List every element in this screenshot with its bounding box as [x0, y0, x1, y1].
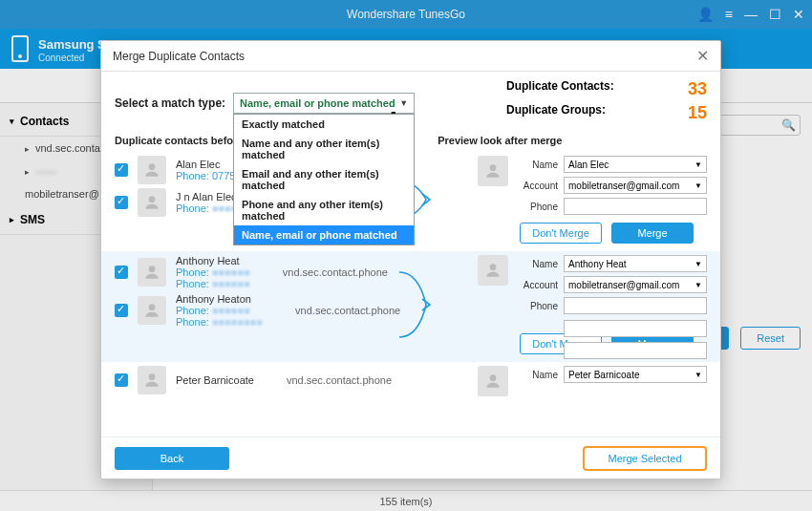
- phone-value: ■■■■■■: [212, 266, 250, 278]
- chevron-down-icon: ▼: [694, 371, 702, 379]
- field-label: Name: [516, 259, 558, 269]
- match-type-value: Name, email or phone matched: [240, 97, 395, 109]
- stat-value: 33: [688, 79, 707, 99]
- phone-input[interactable]: [564, 320, 707, 337]
- phone-value: ■■■■■■■■: [212, 316, 263, 328]
- avatar: [138, 296, 166, 325]
- stat-label: Duplicate Contacts:: [506, 79, 614, 99]
- preview-panel: NameAlan Elec▼ Accountmobiletranser@gmai…: [478, 156, 707, 219]
- svg-point-7: [490, 374, 497, 381]
- back-button[interactable]: Back: [115, 447, 229, 470]
- phone-label: Phone:: [176, 278, 209, 289]
- match-type-select[interactable]: Name, email or phone matched ▼: [233, 93, 415, 114]
- avatar: [138, 156, 166, 184]
- avatar: [138, 188, 166, 217]
- contact-source: vnd.sec.contact.phone: [287, 374, 392, 386]
- phone-label: Phone:: [176, 170, 209, 181]
- merge-duplicates-modal: Merge Duplicate Contacts ✕ Select a matc…: [100, 40, 721, 479]
- modal-title: Merge Duplicate Contacts: [113, 50, 245, 63]
- field-label: Account: [516, 280, 558, 290]
- checkbox[interactable]: [115, 373, 128, 387]
- phone-input[interactable]: [564, 198, 707, 215]
- match-option[interactable]: Exactly matched: [234, 115, 414, 134]
- modal-header: Merge Duplicate Contacts ✕: [101, 41, 720, 72]
- svg-point-4: [149, 304, 156, 310]
- preview-panel: NamePeter Barnicoate▼: [478, 366, 707, 396]
- chevron-down-icon: ▼: [694, 181, 702, 190]
- contact-name: Anthony Heat: [176, 255, 250, 266]
- field-label: Name: [516, 370, 558, 380]
- match-type-dropdown: Exactly matched Name and any other item(…: [233, 114, 415, 245]
- match-option[interactable]: Phone and any other item(s) matched: [234, 195, 414, 225]
- avatar: [138, 258, 166, 287]
- section-after-label: Preview look after merge: [438, 135, 707, 146]
- svg-point-5: [490, 264, 497, 270]
- phone-label: Phone:: [176, 316, 209, 328]
- duplicate-group: Peter Barnicoate vnd.sec.contact.phone N…: [101, 362, 720, 406]
- stat-value: 15: [688, 103, 707, 123]
- svg-point-2: [490, 164, 497, 171]
- stat-label: Duplicate Groups:: [506, 103, 606, 123]
- duplicate-stats: Duplicate Contacts:33 Duplicate Groups:1…: [506, 79, 707, 127]
- svg-point-6: [149, 373, 156, 380]
- checkbox[interactable]: [115, 304, 128, 317]
- contact-source: vnd.sec.contact.phone: [295, 305, 400, 316]
- checkbox[interactable]: [115, 196, 128, 209]
- merge-arrow-icon: [397, 266, 436, 347]
- svg-point-1: [149, 196, 156, 202]
- phone-input[interactable]: [564, 342, 707, 359]
- avatar: [138, 366, 166, 394]
- contact-source: vnd.sec.contact.phone: [283, 266, 388, 278]
- account-select[interactable]: mobiletranser@gmail.com▼: [564, 276, 707, 293]
- checkbox[interactable]: [115, 163, 128, 177]
- chevron-down-icon: ▼: [694, 281, 702, 289]
- name-select[interactable]: Peter Barnicoate▼: [564, 366, 707, 383]
- match-option-selected[interactable]: Name, email or phone matched: [234, 225, 414, 245]
- phone-label: Phone:: [176, 305, 209, 316]
- phone-value: ■■■■■■: [212, 278, 250, 289]
- svg-point-3: [149, 266, 156, 272]
- account-select[interactable]: mobiletranser@gmail.com▼: [564, 177, 707, 194]
- dont-merge-button[interactable]: Don't Merge: [520, 223, 602, 244]
- field-label: Name: [516, 160, 558, 170]
- name-select[interactable]: Anthony Heat▼: [564, 255, 707, 272]
- phone-value: ■■■■■■: [212, 305, 250, 316]
- modal-footer: Back Merge Selected: [101, 436, 720, 479]
- match-type-label: Select a match type:: [115, 96, 225, 110]
- avatar: [478, 156, 508, 186]
- checkbox[interactable]: [115, 266, 128, 279]
- phone-label: Phone:: [176, 202, 209, 214]
- match-type-row: Select a match type: Name, email or phon…: [115, 79, 478, 127]
- close-icon[interactable]: ✕: [696, 47, 709, 65]
- field-label: Account: [516, 181, 558, 191]
- phone-input[interactable]: [564, 297, 707, 314]
- avatar: [478, 255, 508, 286]
- merge-selected-button[interactable]: Merge Selected: [583, 446, 707, 471]
- field-label: Phone: [516, 301, 558, 311]
- name-select[interactable]: Alan Elec▼: [564, 156, 707, 173]
- merge-button[interactable]: Merge: [611, 223, 694, 244]
- contact-name: Anthony Heaton: [176, 293, 263, 305]
- match-option[interactable]: Email and any other item(s) matched: [234, 164, 414, 195]
- svg-point-0: [149, 163, 156, 170]
- chevron-down-icon: ▼: [694, 260, 702, 268]
- avatar: [478, 366, 508, 396]
- chevron-down-icon: ▼: [694, 160, 702, 169]
- duplicate-group: Anthony Heat Phone: ■■■■■■ Phone: ■■■■■■…: [101, 251, 720, 362]
- chevron-down-icon: ▼: [399, 98, 408, 108]
- field-label: Phone: [516, 202, 558, 212]
- match-option[interactable]: Name and any other item(s) matched: [234, 134, 414, 164]
- contact-name: Peter Barnicoate: [176, 374, 254, 386]
- phone-label: Phone:: [176, 266, 209, 278]
- preview-panel: NameAnthony Heat▼ Accountmobiletranser@g…: [478, 255, 707, 363]
